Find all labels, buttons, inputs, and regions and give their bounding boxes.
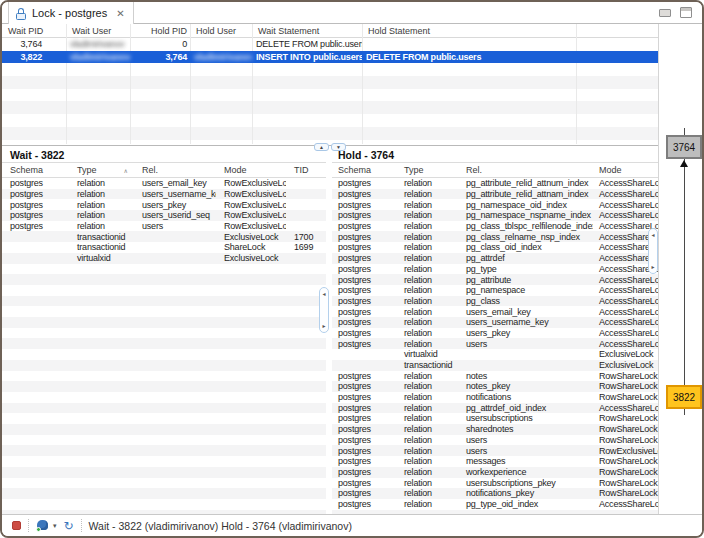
table-cell: relation [398,413,460,423]
table-row[interactable]: postgresrelationpg_namespace_nspname_ind… [332,210,658,221]
table-cell: postgres [332,178,398,188]
table-cell: RowShareLock [593,488,658,498]
sash-down-button[interactable]: ▼ [331,143,346,151]
table-row[interactable]: postgresrelationpg_class_oid_indexAccess… [332,242,658,253]
table-row[interactable]: transactionidExclusiveLock [332,360,658,371]
table-cell: RowExclusiveLock [593,446,658,456]
table-row[interactable]: postgresrelationworkexperienceRowShareLo… [332,467,658,478]
status-bar: ▾ ↻ Wait - 3822 (vladimirivanov) Hold - … [2,514,702,536]
column-header-schema[interactable]: Schema [332,165,398,175]
close-icon[interactable]: ✕ [116,8,124,19]
table-row[interactable]: postgresrelationusers_username_keyAccess… [332,317,658,328]
table-row[interactable]: postgresrelationpg_namespaceAccessShareL… [332,285,658,296]
table-row[interactable]: postgresrelationpg_attributeAccessShareL… [332,274,658,285]
table-cell: sharednotes [460,424,593,434]
table-row[interactable]: postgresrelationusers_email_keyRowExclus… [2,178,326,189]
column-header-mode[interactable]: Mode [216,165,286,175]
table-row[interactable]: postgresrelationusersRowExclusiveLock [332,445,658,456]
table-cell: postgres [332,328,398,338]
table-cell: pg_attrdef [460,253,593,263]
table-row[interactable]: postgresrelationpg_attrdefAccessShareLoc… [332,253,658,264]
column-header-tid[interactable]: TID [286,165,326,175]
table-cell: postgres [332,456,398,466]
wait-panel-scrollbar[interactable]: ◂ ▸ [319,287,329,333]
maximize-icon[interactable] [680,7,692,18]
column-header-hold-statement[interactable]: Hold Statement [362,26,576,36]
table-row[interactable]: postgresrelationsharednotesRowShareLock [332,424,658,435]
refresh-icon[interactable]: ↻ [64,520,74,532]
table-cell: relation [398,264,460,274]
table-cell: relation [398,242,460,252]
column-header-type[interactable]: Type ∧ [69,165,134,175]
column-header-hold-user[interactable]: Hold User [190,26,252,36]
table-row[interactable]: postgresrelationpg_class_relname_nsp_ind… [332,231,658,242]
table-cell: postgres [2,178,69,188]
table-row[interactable]: postgresrelationpg_type_oid_indexAccessS… [332,499,658,510]
column-header-wait-statement[interactable]: Wait Statement [252,26,362,36]
wait-panel: Wait - 3822 Schema Type ∧ Rel. Mode TID … [2,146,326,515]
table-cell: postgres [332,296,398,306]
table-row[interactable]: postgresrelationusersAccessShareLock [332,338,658,349]
table-cell: RowShareLock [593,424,658,434]
table-row[interactable]: postgresrelationusers_pkeyAccessShareLoc… [332,328,658,339]
table-row[interactable]: postgresrelationpg_typeAccessShareLock [332,264,658,275]
table-row[interactable]: postgresrelationusersRowShareLock [332,435,658,446]
table-row[interactable]: postgresrelationusersRowExclusiveLock [2,221,326,232]
column-header-mode[interactable]: Mode [593,165,658,175]
column-header-rel[interactable]: Rel. [460,165,593,175]
table-row[interactable]: virtualxidExclusiveLock [2,253,326,264]
table-row[interactable]: postgresrelationusers_email_keyAccessSha… [332,306,658,317]
table-cell: relation [398,210,460,220]
table-row[interactable]: postgresrelationusers_userid_seqRowExclu… [2,210,326,221]
table-row[interactable]: postgresrelationpg_attribute_relid_attna… [332,189,658,200]
column-header-schema[interactable]: Schema [2,165,69,175]
table-row[interactable]: postgresrelationnotesRowShareLock [332,370,658,381]
column-header-wait-user[interactable]: Wait User [66,26,130,36]
table-row[interactable]: virtualxidExclusiveLock [332,349,658,360]
wait-panel-title: Wait - 3822 [2,146,326,162]
table-cell: 1700 [286,232,326,242]
wait-user-cell: vladimirivanov [66,39,130,49]
stop-icon[interactable] [12,521,21,530]
chevron-down-icon[interactable]: ▾ [53,522,57,530]
minimize-icon[interactable] [659,9,671,17]
table-row-selected[interactable]: 3,822 vladimirivanov 3,764 vladimirivano… [2,51,658,64]
table-row[interactable]: postgresrelationusers_username_keyRowExc… [2,189,326,200]
table-row[interactable]: postgresrelationpg_classAccessShareLock [332,296,658,307]
table-row[interactable]: postgresrelationnotes_pkeyRowShareLock [332,381,658,392]
graph-node-hold[interactable]: 3764 [666,135,702,159]
hold-panel-rows: postgresrelationpg_attribute_relid_attnu… [332,178,658,514]
table-cell: postgres [332,488,398,498]
table-cell: transactionid [398,360,460,370]
table-row[interactable]: postgresrelationpg_attrdef_oid_indexAcce… [332,402,658,413]
table-row[interactable]: postgresrelationpg_class_tblspc_relfilen… [332,221,658,232]
table-cell: ExclusiveLock [216,253,286,263]
table-row[interactable]: postgresrelationusers_pkeyRowExclusiveLo… [2,199,326,210]
tab-lock-postgres[interactable]: Lock - postgres ✕ [8,2,134,24]
table-cell: pg_namespace_nspname_index [460,210,593,220]
table-row[interactable]: postgresrelationmessagesRowShareLock [332,456,658,467]
table-cell: relation [398,467,460,477]
hold-panel-title: Hold - 3764 [332,146,658,162]
tab-label: Lock - postgres [32,7,107,19]
column-header-type[interactable]: Type [398,165,460,175]
sash-up-button[interactable]: ▲ [314,143,329,151]
hold-panel-scrollbar[interactable]: ◂ ▸ [648,228,658,274]
table-row[interactable]: postgresrelationusersubscriptionsRowShar… [332,413,658,424]
table-row[interactable]: postgresrelationusersubscriptions_pkeyRo… [332,477,658,488]
table-cell: pg_namespace [460,285,593,295]
column-header-hold-pid[interactable]: Hold PID [130,26,190,36]
table-row[interactable]: postgresrelationpg_attribute_relid_attnu… [332,178,658,189]
table-row[interactable]: transactionidShareLock1699 [2,242,326,253]
table-row[interactable]: transactionidExclusiveLock1700 [2,231,326,242]
postgres-connection-icon[interactable] [36,520,49,532]
table-row[interactable]: postgresrelationnotifications_pkeyRowSha… [332,488,658,499]
table-cell: relation [398,232,460,242]
table-row[interactable]: postgresrelationnotificationsRowShareLoc… [332,392,658,403]
graph-node-wait[interactable]: 3822 [666,385,702,409]
table-row[interactable]: 3,764 vladimirivanov 0 DELETE FROM publi… [2,38,658,51]
column-header-wait-pid[interactable]: Wait PID [2,26,66,36]
column-header-rel[interactable]: Rel. [134,165,216,175]
table-cell: postgres [332,307,398,317]
table-row[interactable]: postgresrelationpg_namespace_oid_indexAc… [332,199,658,210]
